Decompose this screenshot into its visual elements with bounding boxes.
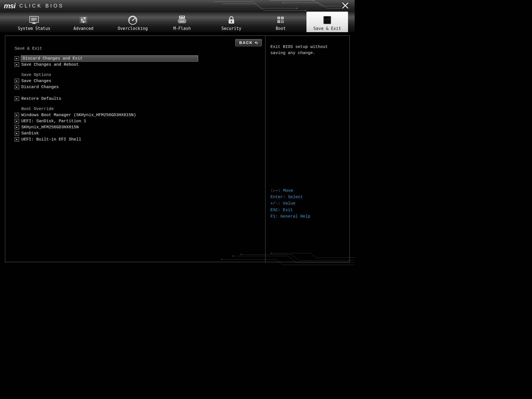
nav-tab-label: M-Flash	[173, 26, 191, 31]
svg-point-1	[305, 10, 306, 11]
play-icon: ▶	[15, 125, 19, 129]
key-hint: Enter: Select	[270, 194, 344, 200]
key-hint: +/-: Value	[270, 200, 344, 207]
section-header: Boot Override	[21, 107, 259, 111]
menu-item[interactable]: ▶Restore Defaults	[15, 96, 259, 102]
back-label: BACK	[239, 40, 253, 45]
monitor-icon	[29, 15, 40, 25]
page-title: Save & Exit	[15, 46, 259, 51]
play-icon: ▶	[15, 85, 19, 89]
play-icon: ▶	[15, 119, 19, 123]
nav-tab-overclocking[interactable]: Overclocking	[108, 12, 157, 32]
back-button[interactable]: BACK	[235, 39, 262, 46]
nav-tab-label: Security	[221, 26, 241, 31]
sliders-icon	[78, 15, 89, 25]
key-hint: ↑↓→←: Move	[270, 188, 344, 194]
play-icon: ▶	[15, 62, 19, 67]
section-header: Save Options	[21, 73, 259, 77]
content-panel: BACK Save & Exit ▶Discard Changes and Ex…	[5, 35, 350, 262]
keypad-icon	[275, 15, 286, 25]
menu-item-label: Discard Changes and Exit	[23, 56, 83, 61]
play-icon: ▶	[15, 131, 19, 135]
menu-item[interactable]: ▶UEFI: Built-in EFI Shell	[15, 136, 259, 142]
close-button[interactable]	[341, 2, 349, 9]
product-name: CLICK BIOS	[19, 3, 64, 9]
menu-item-label: UEFI: Built-in EFI Shell	[21, 137, 81, 142]
undo-icon	[254, 41, 259, 45]
chip-bios-icon	[177, 15, 188, 25]
menu-item-label: Discard Changes	[21, 85, 59, 89]
menu-item-label: Save Changes and Reboot	[21, 62, 79, 67]
menu-item-label: Save Changes	[21, 79, 51, 83]
nav-tab-m-flash[interactable]: M-Flash	[157, 12, 207, 32]
header-bar: msi CLICK BIOS	[0, 0, 355, 12]
gauge-icon	[127, 15, 138, 25]
menu-item[interactable]: ▶Windows Boot Manager (SKHynix_HFM256GD3…	[15, 112, 259, 118]
circuit-decor-top	[214, 0, 341, 11]
menu-item[interactable]: ▶Discard Changes	[15, 84, 259, 90]
menu-item[interactable]: ▶Save Changes and Reboot	[15, 62, 259, 68]
svg-point-2	[313, 0, 314, 1]
play-icon: ▶	[15, 137, 19, 142]
nav-tab-label: Overclocking	[118, 26, 148, 31]
menu-item[interactable]: ▶Save Changes	[15, 78, 259, 84]
nav-tab-label: Boot	[276, 26, 286, 31]
nav-tab-system-status[interactable]: System Status	[9, 12, 59, 32]
svg-point-0	[296, 8, 298, 9]
nav-tab-boot[interactable]: Boot	[256, 12, 305, 32]
key-hint: F1: General Help	[270, 213, 344, 220]
nav-tab-label: Advanced	[73, 26, 93, 31]
play-icon: ▶	[15, 79, 19, 83]
menu-item-label: SKHynix_HFM256GD3HX015N	[21, 125, 79, 130]
help-text: Exit BIOS setup without saving any chang…	[270, 44, 344, 56]
nav-tab-security[interactable]: Security	[207, 12, 256, 32]
settings-pane: BACK Save & Exit ▶Discard Changes and Ex…	[5, 36, 265, 262]
floppy-icon	[322, 15, 333, 25]
play-icon: ▶	[15, 96, 19, 101]
help-pane: Exit BIOS setup without saving any chang…	[265, 36, 349, 262]
main-area: BACK Save & Exit ▶Discard Changes and Ex…	[0, 32, 355, 266]
menu-item[interactable]: ▶SanDisk	[15, 130, 259, 136]
menu-item-label: SanDisk	[21, 131, 39, 136]
brand-logo: msi	[4, 2, 16, 10]
nav-tab-advanced[interactable]: Advanced	[59, 12, 108, 32]
play-icon: ▶	[15, 113, 19, 117]
play-icon: ▶	[15, 56, 19, 61]
svg-point-3	[283, 2, 284, 3]
nav-bar: System StatusAdvancedOverclockingM-Flash…	[0, 12, 355, 32]
menu-item-label: Restore Defaults	[21, 96, 61, 101]
nav-tab-label: System Status	[18, 26, 50, 31]
key-hint: ESC: Exit	[270, 207, 344, 213]
key-hints: ↑↓→←: MoveEnter: Select+/-: ValueESC: Ex…	[270, 188, 344, 220]
nav-tab-label: Save & Exit	[313, 26, 341, 31]
nav-tab-save-exit[interactable]: Save & Exit	[306, 12, 348, 32]
close-icon	[341, 2, 349, 9]
lock-icon	[226, 15, 237, 25]
menu-item[interactable]: ▶SKHynix_HFM256GD3HX015N	[15, 124, 259, 130]
menu-item-label: UEFI: SanDisk, Partition 1	[21, 119, 86, 124]
menu-item-label: Windows Boot Manager (SKHynix_HFM256GD3H…	[21, 113, 136, 117]
menu-item[interactable]: ▶UEFI: SanDisk, Partition 1	[15, 118, 259, 124]
menu-item[interactable]: ▶Discard Changes and Exit	[15, 55, 259, 62]
